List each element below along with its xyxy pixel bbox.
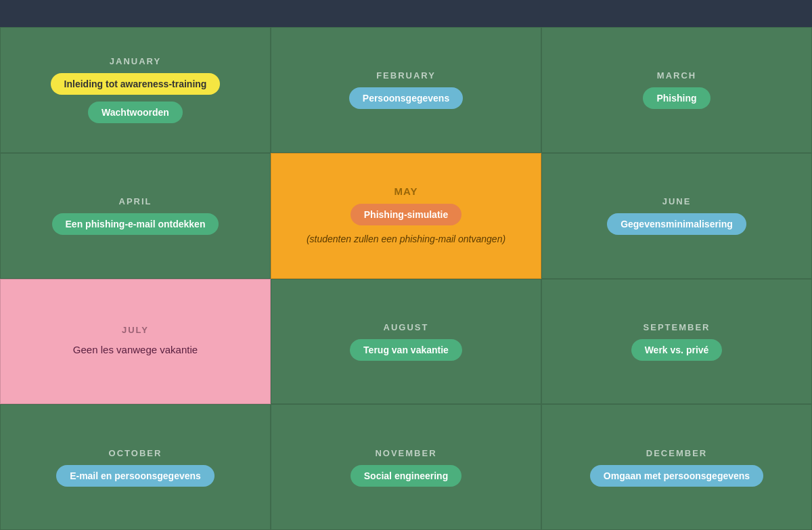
calendar-cell-november: NOVEMBERSocial engineering bbox=[271, 404, 541, 530]
month-label-october: OCTOBER bbox=[109, 448, 162, 458]
calendar-cell-march: MARCHPhishing bbox=[541, 27, 812, 153]
badge-april-0: Een phishing-e-mail ontdekken bbox=[52, 213, 219, 235]
badge-august-0: Terug van vakantie bbox=[350, 339, 462, 361]
badge-june-0: Gegevensminimalisering bbox=[607, 213, 746, 235]
calendar-cell-april: APRILEen phishing-e-mail ontdekken bbox=[0, 153, 271, 279]
calendar-cell-february: FEBRUARYPersoonsgegevens bbox=[271, 27, 541, 153]
cell-note-may: (studenten zullen een phishing-mail ontv… bbox=[307, 232, 505, 246]
month-label-april: APRIL bbox=[119, 196, 152, 206]
badge-november-0: Social engineering bbox=[351, 465, 461, 487]
calendar-cell-december: DECEMBEROmgaan met persoonsgegevens bbox=[541, 404, 812, 530]
calendar-cell-august: AUGUSTTerug van vakantie bbox=[271, 279, 541, 405]
cell-note-july: Geen les vanwege vakantie bbox=[73, 342, 198, 358]
month-label-january: JANUARY bbox=[110, 56, 161, 66]
badge-may-0: Phishing-simulatie bbox=[351, 204, 461, 225]
calendar-grid: JANUARYInleiding tot awareness-trainingW… bbox=[0, 27, 812, 530]
page-header bbox=[0, 0, 812, 27]
badge-september-0: Werk vs. privé bbox=[631, 339, 723, 361]
month-label-july: JULY bbox=[122, 325, 149, 335]
badge-january-1: Wachtwoorden bbox=[88, 102, 183, 123]
month-label-june: JUNE bbox=[662, 196, 692, 206]
calendar-cell-july: JULYGeen les vanwege vakantie bbox=[0, 279, 271, 405]
calendar-cell-january: JANUARYInleiding tot awareness-trainingW… bbox=[0, 27, 271, 153]
badge-february-0: Persoonsgegevens bbox=[349, 87, 463, 109]
month-label-september: SEPTEMBER bbox=[644, 322, 710, 332]
calendar-cell-october: OCTOBERE-mail en persoonsgegevens bbox=[0, 404, 271, 530]
calendar-cell-june: JUNEGegevensminimalisering bbox=[541, 153, 812, 279]
calendar-cell-september: SEPTEMBERWerk vs. privé bbox=[541, 279, 812, 405]
page: JANUARYInleiding tot awareness-trainingW… bbox=[0, 0, 812, 530]
badge-march-0: Phishing bbox=[643, 87, 710, 109]
badge-october-0: E-mail en persoonsgegevens bbox=[56, 465, 215, 487]
badge-january-0: Inleiding tot awareness-training bbox=[51, 73, 221, 95]
month-label-may: MAY bbox=[394, 185, 418, 197]
calendar-cell-may: MAYPhishing-simulatie(studenten zullen e… bbox=[271, 153, 541, 279]
month-label-august: AUGUST bbox=[384, 322, 429, 332]
month-label-november: NOVEMBER bbox=[375, 448, 436, 458]
badge-december-0: Omgaan met persoonsgegevens bbox=[590, 465, 763, 487]
month-label-december: DECEMBER bbox=[646, 448, 707, 458]
month-label-february: FEBRUARY bbox=[376, 70, 436, 81]
month-label-march: MARCH bbox=[657, 70, 696, 81]
